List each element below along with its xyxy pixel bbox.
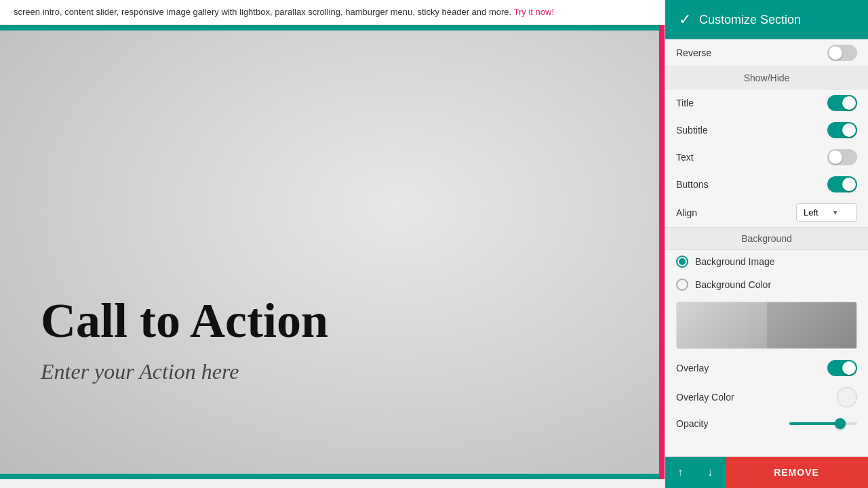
background-label: Background <box>741 233 792 244</box>
align-label: Align <box>676 207 697 218</box>
background-divider: Background <box>665 227 868 250</box>
try-it-now-link[interactable]: Try it now! <box>514 7 554 17</box>
bg-image-row[interactable]: Background Image <box>665 250 868 273</box>
overlay-color-swatch[interactable] <box>837 387 857 407</box>
align-row: Align Left ▼ <box>665 198 868 227</box>
panel-header: ✓ Customize Section <box>665 0 868 39</box>
thumb-left <box>677 302 767 348</box>
hero-content: Call to Action Enter your Action here <box>41 294 328 384</box>
show-hide-label: Show/Hide <box>744 73 790 83</box>
subtitle-toggle-knob <box>842 123 856 137</box>
buttons-label: Buttons <box>676 179 708 190</box>
top-bar-text: screen intro, content slider, responsive… <box>14 7 511 17</box>
top-bar: screen intro, content slider, responsive… <box>0 0 665 25</box>
thumb-right <box>767 302 857 348</box>
subtitle-toggle[interactable] <box>827 122 857 138</box>
panel-footer: ↑ ↓ REMOVE <box>665 456 868 488</box>
hero-section: Call to Action Enter your Action here <box>0 25 665 479</box>
check-icon: ✓ <box>679 11 691 28</box>
text-toggle-knob <box>829 150 842 164</box>
buttons-row: Buttons <box>665 171 868 198</box>
move-up-button[interactable]: ↑ <box>665 457 695 488</box>
overlay-color-label: Overlay Color <box>676 392 734 403</box>
panel-header-title: Customize Section <box>699 13 801 27</box>
hero-subtitle: Enter your Action here <box>41 359 328 384</box>
bg-image-radio[interactable] <box>676 256 688 268</box>
subtitle-row: Subtitle <box>665 117 868 144</box>
pink-side-bar <box>659 25 665 479</box>
title-toggle-knob <box>842 96 856 110</box>
reverse-row: Reverse <box>665 39 868 66</box>
text-toggle[interactable] <box>827 149 857 165</box>
subtitle-label: Subtitle <box>676 125 708 136</box>
title-row: Title <box>665 89 868 117</box>
bg-color-label: Background Color <box>695 279 771 290</box>
panel-body[interactable]: Reverse Show/Hide Title Subtitle Text <box>665 39 868 456</box>
title-toggle[interactable] <box>827 95 857 111</box>
overlay-row: Overlay <box>665 354 868 382</box>
opacity-slider-fill <box>789 422 840 425</box>
teal-bottom-border <box>0 474 665 479</box>
overlay-color-row: Overlay Color <box>665 382 868 413</box>
opacity-slider-container <box>708 422 857 425</box>
opacity-slider-thumb[interactable] <box>835 418 846 429</box>
bg-image-thumbnail[interactable] <box>676 302 857 349</box>
align-dropdown[interactable]: Left ▼ <box>796 203 857 222</box>
align-value: Left <box>804 207 818 218</box>
overlay-toggle-knob <box>842 361 856 375</box>
reverse-label: Reverse <box>676 47 711 58</box>
title-label: Title <box>676 98 694 108</box>
show-hide-divider: Show/Hide <box>665 66 868 89</box>
bg-image-label: Background Image <box>695 256 775 267</box>
buttons-toggle-knob <box>842 178 856 191</box>
opacity-label: Opacity <box>676 418 708 429</box>
thumbnail-inner <box>677 302 856 348</box>
move-down-button[interactable]: ↓ <box>695 457 725 488</box>
remove-button[interactable]: REMOVE <box>725 457 868 488</box>
main-content: screen intro, content slider, responsive… <box>0 0 665 488</box>
reverse-toggle[interactable] <box>827 45 857 61</box>
text-row: Text <box>665 144 868 171</box>
teal-top-border <box>0 25 665 30</box>
overlay-toggle[interactable] <box>827 360 857 376</box>
opacity-row: Opacity <box>665 413 868 434</box>
chevron-down-icon: ▼ <box>832 209 839 216</box>
customize-panel: ✓ Customize Section Reverse Show/Hide Ti… <box>665 0 868 488</box>
overlay-label: Overlay <box>676 363 709 373</box>
bg-color-radio[interactable] <box>676 279 688 291</box>
bg-color-row[interactable]: Background Color <box>665 273 868 296</box>
buttons-toggle[interactable] <box>827 176 857 192</box>
hero-title: Call to Action <box>41 294 328 348</box>
opacity-slider-track[interactable] <box>789 422 857 425</box>
text-label: Text <box>676 152 694 163</box>
reverse-toggle-knob <box>829 46 842 60</box>
hero-background <box>0 25 665 479</box>
